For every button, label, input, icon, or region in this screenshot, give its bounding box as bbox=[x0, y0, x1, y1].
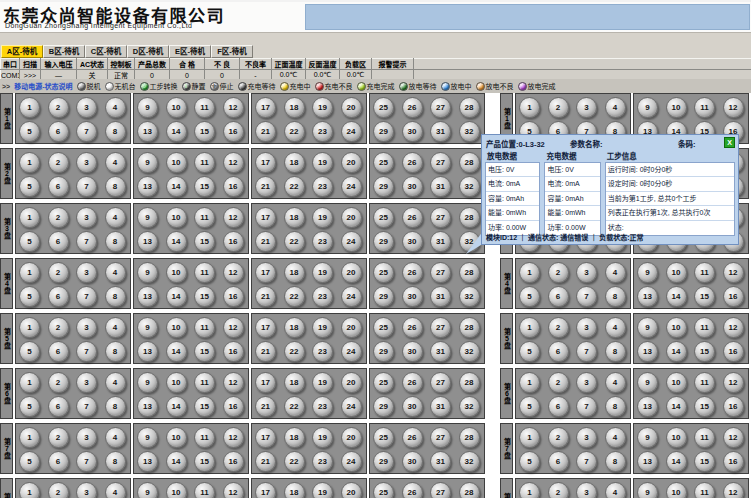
battery-cell[interactable]: 6 bbox=[548, 286, 569, 307]
battery-cell[interactable]: 4 bbox=[105, 482, 126, 498]
battery-cell[interactable]: 9 bbox=[637, 97, 658, 118]
battery-cell[interactable]: 30 bbox=[402, 396, 423, 417]
battery-cell[interactable]: 8 bbox=[105, 176, 126, 197]
battery-cell[interactable]: 12 bbox=[223, 207, 244, 228]
battery-cell[interactable]: 11 bbox=[694, 427, 715, 448]
battery-cell[interactable]: 32 bbox=[459, 286, 480, 307]
tab-zone-c[interactable]: C区-待机 bbox=[85, 45, 127, 58]
battery-cell[interactable]: 4 bbox=[105, 97, 126, 118]
battery-cell[interactable]: 29 bbox=[373, 286, 394, 307]
battery-cell[interactable]: 14 bbox=[666, 286, 687, 307]
battery-cell[interactable]: 13 bbox=[637, 286, 658, 307]
battery-cell[interactable]: 19 bbox=[312, 152, 333, 173]
battery-cell[interactable]: 12 bbox=[723, 482, 744, 498]
battery-cell[interactable]: 16 bbox=[723, 396, 744, 417]
battery-cell[interactable]: 17 bbox=[255, 427, 276, 448]
battery-cell[interactable]: 1 bbox=[19, 427, 40, 448]
battery-cell[interactable]: 1 bbox=[519, 262, 540, 283]
battery-cell[interactable]: 20 bbox=[341, 372, 362, 393]
battery-cell[interactable]: 32 bbox=[459, 176, 480, 197]
battery-cell[interactable]: 9 bbox=[137, 372, 158, 393]
battery-cell[interactable]: 9 bbox=[137, 427, 158, 448]
battery-cell[interactable]: 29 bbox=[373, 396, 394, 417]
battery-cell[interactable]: 9 bbox=[637, 262, 658, 283]
battery-cell[interactable]: 3 bbox=[76, 152, 97, 173]
battery-cell[interactable]: 7 bbox=[76, 286, 97, 307]
battery-cell[interactable]: 10 bbox=[666, 372, 687, 393]
battery-cell[interactable]: 13 bbox=[137, 396, 158, 417]
battery-cell[interactable]: 17 bbox=[255, 482, 276, 498]
battery-cell[interactable]: 3 bbox=[576, 97, 597, 118]
battery-cell[interactable]: 4 bbox=[105, 262, 126, 283]
battery-cell[interactable]: 20 bbox=[341, 317, 362, 338]
battery-cell[interactable]: 19 bbox=[312, 262, 333, 283]
battery-cell[interactable]: 2 bbox=[548, 317, 569, 338]
battery-cell[interactable]: 27 bbox=[430, 482, 451, 498]
battery-cell[interactable]: 11 bbox=[194, 482, 215, 498]
battery-cell[interactable]: 26 bbox=[402, 152, 423, 173]
battery-cell[interactable]: 11 bbox=[694, 262, 715, 283]
battery-cell[interactable]: 12 bbox=[723, 372, 744, 393]
battery-cell[interactable]: 20 bbox=[341, 482, 362, 498]
battery-cell[interactable]: 26 bbox=[402, 372, 423, 393]
battery-cell[interactable]: 2 bbox=[48, 152, 69, 173]
battery-cell[interactable]: 19 bbox=[312, 97, 333, 118]
battery-cell[interactable]: 13 bbox=[137, 286, 158, 307]
battery-cell[interactable]: 15 bbox=[694, 286, 715, 307]
battery-cell[interactable]: 19 bbox=[312, 427, 333, 448]
battery-cell[interactable]: 24 bbox=[341, 396, 362, 417]
battery-cell[interactable]: 11 bbox=[194, 372, 215, 393]
battery-cell[interactable]: 7 bbox=[76, 121, 97, 142]
battery-cell[interactable]: 10 bbox=[666, 97, 687, 118]
battery-cell[interactable]: 4 bbox=[105, 372, 126, 393]
battery-cell[interactable]: 28 bbox=[459, 317, 480, 338]
tab-zone-b[interactable]: B区-待机 bbox=[43, 45, 85, 58]
battery-cell[interactable]: 1 bbox=[519, 317, 540, 338]
battery-cell[interactable]: 17 bbox=[255, 207, 276, 228]
battery-cell[interactable]: 26 bbox=[402, 482, 423, 498]
battery-cell[interactable]: 21 bbox=[255, 396, 276, 417]
battery-cell[interactable]: 8 bbox=[105, 121, 126, 142]
battery-cell[interactable]: 30 bbox=[402, 286, 423, 307]
battery-cell[interactable]: 22 bbox=[284, 121, 305, 142]
battery-cell[interactable]: 11 bbox=[694, 482, 715, 498]
battery-cell[interactable]: 8 bbox=[605, 396, 626, 417]
battery-cell[interactable]: 16 bbox=[223, 451, 244, 472]
battery-cell[interactable]: 9 bbox=[637, 427, 658, 448]
battery-cell[interactable]: 14 bbox=[166, 121, 187, 142]
battery-cell[interactable]: 24 bbox=[341, 451, 362, 472]
battery-cell[interactable]: 16 bbox=[723, 341, 744, 362]
battery-cell[interactable]: 3 bbox=[576, 317, 597, 338]
battery-cell[interactable]: 2 bbox=[48, 372, 69, 393]
battery-cell[interactable]: 1 bbox=[519, 372, 540, 393]
battery-cell[interactable]: 7 bbox=[576, 396, 597, 417]
battery-cell[interactable]: 18 bbox=[284, 152, 305, 173]
battery-cell[interactable]: 3 bbox=[576, 372, 597, 393]
tab-zone-e[interactable]: E区-待机 bbox=[169, 45, 211, 58]
battery-cell[interactable]: 23 bbox=[312, 176, 333, 197]
popup-close-button[interactable]: X bbox=[724, 137, 735, 148]
battery-cell[interactable]: 20 bbox=[341, 207, 362, 228]
battery-cell[interactable]: 9 bbox=[137, 317, 158, 338]
battery-cell[interactable]: 22 bbox=[284, 341, 305, 362]
battery-cell[interactable]: 14 bbox=[166, 231, 187, 252]
battery-cell[interactable]: 16 bbox=[223, 396, 244, 417]
battery-cell[interactable]: 11 bbox=[194, 97, 215, 118]
battery-cell[interactable]: 13 bbox=[137, 176, 158, 197]
battery-cell[interactable]: 18 bbox=[284, 97, 305, 118]
battery-cell[interactable]: 12 bbox=[223, 97, 244, 118]
battery-cell[interactable]: 10 bbox=[666, 317, 687, 338]
battery-cell[interactable]: 32 bbox=[459, 121, 480, 142]
battery-cell[interactable]: 26 bbox=[402, 427, 423, 448]
battery-cell[interactable]: 16 bbox=[223, 231, 244, 252]
battery-cell[interactable]: 25 bbox=[373, 372, 394, 393]
battery-cell[interactable]: 8 bbox=[105, 286, 126, 307]
tab-zone-a[interactable]: A区-待机 bbox=[1, 45, 43, 58]
battery-cell[interactable]: 26 bbox=[402, 262, 423, 283]
battery-cell[interactable]: 16 bbox=[223, 341, 244, 362]
battery-cell[interactable]: 24 bbox=[341, 286, 362, 307]
battery-cell[interactable]: 17 bbox=[255, 372, 276, 393]
battery-cell[interactable]: 20 bbox=[341, 427, 362, 448]
battery-cell[interactable]: 1 bbox=[519, 97, 540, 118]
battery-cell[interactable]: 24 bbox=[341, 341, 362, 362]
